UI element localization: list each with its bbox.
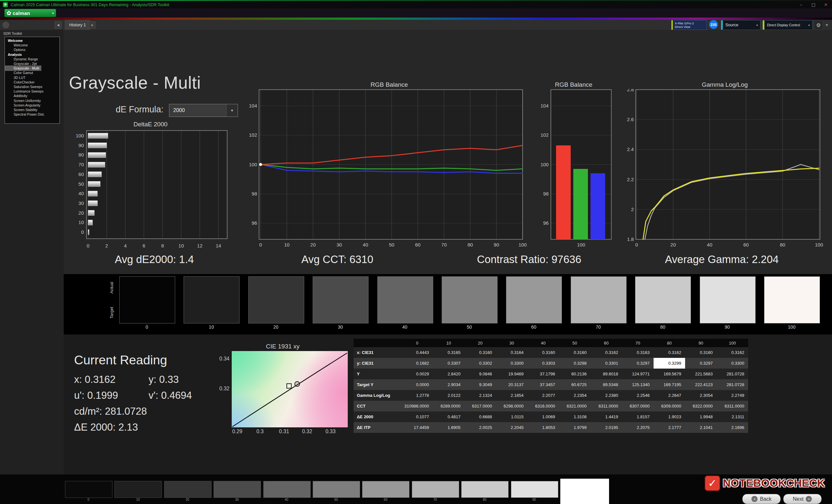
table-cell[interactable]: 6316.0000 (527, 401, 559, 412)
table-cell[interactable]: 2.1777 (654, 422, 685, 433)
calman-logo-button[interactable]: calman ▾ (4, 9, 56, 17)
table-cell[interactable]: 17.4459 (401, 422, 433, 433)
patch-70[interactable] (412, 481, 459, 498)
table-cell[interactable]: 89.6018 (591, 369, 622, 379)
table-cell[interactable]: 0.3302 (464, 358, 496, 369)
table-cell[interactable]: 6307.0000 (622, 401, 654, 412)
table-cell[interactable]: 169.5679 (654, 369, 685, 379)
table-cell[interactable]: 1.8053 (527, 422, 559, 433)
collapse-right-button[interactable]: ◀ (824, 20, 829, 29)
table-cell[interactable]: 37.3457 (527, 379, 559, 390)
sidebar-item-screen-stability[interactable]: Screen Stability (5, 108, 59, 112)
table-cell[interactable]: 2.1311 (717, 412, 748, 422)
table-cell[interactable]: 9.0846 (464, 369, 496, 379)
table-cell[interactable]: 37.1796 (527, 369, 559, 379)
sidebar-item-dynamic-range[interactable]: Dynamic Range (5, 57, 59, 61)
display-control-dropdown[interactable]: Direct Display Control ▾ (762, 20, 812, 30)
sidebar-item-screen-uniformity[interactable]: Screen Uniformity (5, 99, 59, 103)
sidebar-collapse-button[interactable]: ◀ (55, 22, 62, 29)
table-cell[interactable]: 0.4443 (401, 347, 433, 358)
next-button[interactable]: Next » (783, 494, 822, 504)
gear-icon[interactable]: ⚙ (814, 20, 823, 30)
tab-history-1[interactable]: History 1 (65, 20, 91, 30)
table-cell[interactable]: 1.9023 (654, 412, 685, 422)
table-cell[interactable]: 6289.0000 (433, 401, 464, 412)
table-cell[interactable]: 6321.0000 (559, 401, 591, 412)
table-cell[interactable]: 2.2647 (654, 390, 685, 401)
table-cell[interactable]: 281.0728 (717, 369, 748, 379)
table-cell[interactable]: 1.0069 (527, 412, 559, 422)
add-tab-button[interactable]: + (88, 22, 96, 29)
table-cell[interactable]: 6311.0000 (591, 401, 622, 412)
table-cell[interactable]: 0.3164 (496, 347, 527, 358)
table-cell[interactable]: 0.3300 (496, 358, 527, 369)
table-cell[interactable]: 0.1077 (401, 412, 433, 422)
table-cell[interactable]: 1.0115 (496, 412, 527, 422)
de-formula-dropdown[interactable]: 2000 ▾ (169, 104, 238, 117)
table-cell[interactable]: 2.1696 (717, 422, 748, 433)
table-cell[interactable]: 0.3307 (433, 358, 464, 369)
patch-90[interactable] (511, 481, 558, 498)
table-cell[interactable]: 6309.0000 (654, 401, 685, 412)
table-cell[interactable]: 0.6688 (464, 412, 496, 422)
table-cell[interactable]: 1.9948 (685, 412, 717, 422)
table-cell[interactable]: 2.0122 (433, 390, 464, 401)
sidebar-item-saturation-sweeps[interactable]: Saturation Sweeps (5, 84, 59, 89)
table-cell[interactable]: 6311.0000 (717, 401, 748, 412)
table-cell[interactable]: 281.0728 (717, 379, 748, 390)
sidebar-item-3d-lut[interactable]: 3D LUT (5, 75, 59, 80)
sidebar-item-spectral-power-dist[interactable]: Spectral Power Dist. (5, 112, 59, 117)
sidebar-item-grayscale-2pt[interactable]: Grayscale - 2pt (5, 61, 59, 66)
table-cell[interactable]: 2.2380 (591, 390, 622, 401)
source-dropdown[interactable]: Source ▾ (721, 20, 760, 30)
sidebar-item-grayscale-multi[interactable]: Grayscale - Multi (5, 66, 41, 71)
table-cell[interactable]: 20.3137 (496, 379, 527, 390)
patch-20[interactable] (164, 481, 212, 498)
layout-menu-button[interactable] (3, 22, 9, 28)
table-cell[interactable]: 1.2778 (401, 390, 433, 401)
table-cell[interactable]: 2.1324 (464, 390, 496, 401)
table-cell[interactable]: 0.3160 (464, 347, 496, 358)
table-cell[interactable]: 169.7195 (654, 379, 685, 390)
table-cell[interactable]: 2.2045 (496, 422, 527, 433)
meter-button[interactable]: X-Rite i1Pro 2 Direct View (672, 20, 707, 30)
patch-30[interactable] (213, 481, 261, 498)
table-cell[interactable]: 1.4419 (591, 412, 622, 422)
table-cell[interactable]: 1.9799 (559, 422, 591, 433)
table-cell[interactable]: 0.3298 (559, 358, 591, 369)
table-cell[interactable]: 0.3160 (527, 347, 559, 358)
sidebar-item-welcome[interactable]: Welcome (5, 43, 59, 48)
table-cell[interactable]: 1.8157 (622, 412, 654, 422)
table-cell[interactable]: 0.3160 (559, 347, 591, 358)
table-cell[interactable]: 1.3108 (559, 412, 591, 422)
table-cell[interactable]: 2.2546 (622, 390, 654, 401)
table-cell[interactable]: 0.3162 (654, 347, 685, 358)
table-cell[interactable]: 60.2136 (559, 369, 591, 379)
back-button[interactable]: « Back (742, 494, 781, 504)
patch-50[interactable] (313, 481, 360, 498)
minimize-button[interactable]: – (795, 1, 807, 8)
table-cell[interactable]: 2.1854 (496, 390, 527, 401)
table-cell[interactable]: 2.2354 (559, 390, 591, 401)
sidebar-item-welcome[interactable]: Welcome (5, 38, 59, 43)
sidebar-item-analysis[interactable]: Analysis (5, 52, 59, 57)
table-cell[interactable]: 310986.0000 (401, 401, 433, 412)
table-cell[interactable]: 0.0029 (401, 369, 433, 379)
table-cell[interactable]: 221.5683 (685, 369, 717, 379)
table-cell[interactable]: 0.3162 (717, 347, 748, 358)
table-cell[interactable]: 0.3160 (685, 347, 717, 358)
sidebar-item-additivity[interactable]: Additivity (5, 93, 59, 98)
sidebar-item-colorchecker[interactable]: ColorChecker (5, 80, 59, 84)
table-cell[interactable]: 2.2077 (527, 390, 559, 401)
table-cell[interactable]: 2.0195 (591, 422, 622, 433)
table-cell[interactable]: 0.1682 (401, 358, 433, 369)
table-cell[interactable]: 0.3300 (717, 358, 748, 369)
table-cell[interactable]: 89.5348 (591, 379, 622, 390)
table-cell[interactable]: 0.3299 (654, 358, 685, 369)
sidebar-item-color-gamut[interactable]: Color Gamut (5, 71, 59, 75)
sidebar-item-luminance-sweeps[interactable]: Luminance Sweeps (5, 89, 59, 93)
patch-80[interactable] (461, 481, 509, 498)
table-cell[interactable]: 125.1340 (622, 379, 654, 390)
table-cell[interactable]: 6322.0000 (685, 401, 717, 412)
table-cell[interactable]: 0.4817 (433, 412, 464, 422)
